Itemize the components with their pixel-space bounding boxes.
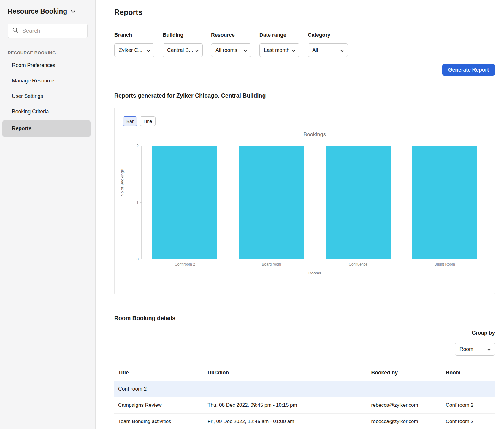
category-value: All <box>312 47 318 53</box>
chart-title: Bookings <box>141 131 488 138</box>
cell-booked-by: rebecca@zylker.com <box>367 397 442 414</box>
chart-type-toggle: Bar Line <box>123 116 156 126</box>
cell-room: Conf room 2 <box>442 397 495 414</box>
app-title: Resource Booking <box>8 7 67 15</box>
branch-value: Zylker C... <box>119 47 142 53</box>
group-by-control: Group by Room <box>114 330 495 356</box>
group-name: Conf room 2 <box>114 381 495 397</box>
chart-plot-area: 2 1 0 Conf room 2 Board room Confluence <box>141 146 488 259</box>
cell-booked-by: rebecca@zylker.com <box>367 414 442 429</box>
category-label: Category <box>308 32 348 38</box>
sidebar-item-label: Manage Resource <box>12 78 54 84</box>
column-header-booked-by[interactable]: Booked by <box>367 364 442 381</box>
sidebar-menu: Room Preferences Manage Resource User Se… <box>0 58 95 137</box>
chevron-down-icon <box>71 9 75 14</box>
report-filters: Branch Zylker C... Building Central B...… <box>114 32 495 57</box>
chart-y-axis-label: No of Bookings <box>120 169 124 196</box>
table-header-row: Title Duration Booked by Room <box>114 364 495 381</box>
cell-duration: Fri, 09 Dec 2022, 12:45 am - 01:00 am <box>204 414 367 429</box>
generate-report-button[interactable]: Generate Report <box>442 64 495 76</box>
table-row[interactable]: Campaigns Review Thu, 08 Dec 2022, 09:45… <box>114 397 495 414</box>
chevron-down-icon <box>292 47 296 53</box>
filter-resource: Resource All rooms <box>211 32 251 57</box>
line-toggle-button[interactable]: Line <box>140 116 156 126</box>
app-window: Resource Booking RESOURCE BOOKING Room P… <box>0 0 504 429</box>
cell-room: Conf room 2 <box>442 414 495 429</box>
sidebar-item-user-settings[interactable]: User Settings <box>0 88 95 104</box>
resource-select[interactable]: All rooms <box>211 43 251 57</box>
sidebar-section-label: RESOURCE BOOKING <box>8 50 88 55</box>
booking-details-table: Title Duration Booked by Room Conf room … <box>114 364 495 429</box>
column-header-title[interactable]: Title <box>114 364 204 381</box>
sidebar-item-label: Reports <box>12 125 31 132</box>
date-range-select[interactable]: Last month <box>259 43 299 57</box>
x-tick-label: Board room <box>228 262 315 266</box>
resource-label: Resource <box>211 32 251 38</box>
chevron-down-icon <box>195 47 199 53</box>
search-icon <box>12 27 19 35</box>
sidebar-item-room-preferences[interactable]: Room Preferences <box>0 58 95 73</box>
x-axis-labels: Conf room 2 Board room Confluence Bright… <box>142 262 488 266</box>
x-axis-line <box>142 259 488 259</box>
sidebar-item-label: User Settings <box>12 93 43 99</box>
sidebar-item-label: Booking Criteria <box>12 109 49 115</box>
group-by-select[interactable]: Room <box>455 343 495 356</box>
x-tick-label: Confluence <box>315 262 402 266</box>
chart-x-axis-label: Rooms <box>142 271 488 275</box>
sidebar-item-booking-criteria[interactable]: Booking Criteria <box>0 104 95 119</box>
bookings-chart-panel: Bar Line Bookings No of Bookings 2 1 0 <box>114 108 495 294</box>
filter-branch: Branch Zylker C... <box>114 32 154 57</box>
group-row-conf-room-2[interactable]: Conf room 2 <box>114 381 495 397</box>
resource-value: All rooms <box>215 47 237 53</box>
search-input[interactable] <box>22 28 83 34</box>
building-value: Central B... <box>167 47 193 53</box>
building-label: Building <box>163 32 203 38</box>
room-booking-details-heading: Room Booking details <box>114 315 495 322</box>
cell-title: Campaigns Review <box>114 397 204 414</box>
sidebar-search[interactable] <box>8 24 88 38</box>
chevron-down-icon <box>487 346 491 352</box>
bar-confluence[interactable] <box>326 146 391 259</box>
cell-title: Team Bonding activities <box>114 414 204 429</box>
app-switcher[interactable]: Resource Booking <box>0 7 95 15</box>
chevron-down-icon <box>147 47 150 53</box>
branch-label: Branch <box>114 32 154 38</box>
group-by-value: Room <box>459 346 473 352</box>
bar-board-room[interactable] <box>239 146 304 259</box>
main-content: Reports Branch Zylker C... Building Cent… <box>96 0 504 429</box>
sidebar: Resource Booking RESOURCE BOOKING Room P… <box>0 0 96 429</box>
bar-conf-room-2[interactable] <box>152 146 217 259</box>
report-section-heading: Reports generated for Zylker Chicago, Ce… <box>114 92 495 99</box>
column-header-room[interactable]: Room <box>442 364 495 381</box>
date-range-label: Date range <box>259 32 299 38</box>
filter-category: Category All <box>308 32 348 57</box>
sidebar-item-reports[interactable]: Reports <box>2 120 91 137</box>
group-by-label: Group by <box>472 330 495 336</box>
sidebar-item-manage-resource[interactable]: Manage Resource <box>0 73 95 88</box>
cell-duration: Thu, 08 Dec 2022, 09:45 pm - 10:15 pm <box>204 397 367 414</box>
branch-select[interactable]: Zylker C... <box>114 43 154 57</box>
x-tick-label: Bright Room <box>401 262 488 266</box>
category-select[interactable]: All <box>308 43 348 57</box>
bar-bright-room[interactable] <box>412 146 477 259</box>
chevron-down-icon <box>340 47 344 53</box>
column-header-duration[interactable]: Duration <box>204 364 367 381</box>
table-row[interactable]: Team Bonding activities Fri, 09 Dec 2022… <box>114 414 495 429</box>
building-select[interactable]: Central B... <box>163 43 203 57</box>
filter-building: Building Central B... <box>163 32 203 57</box>
chevron-down-icon <box>243 47 247 53</box>
x-tick-label: Conf room 2 <box>142 262 228 266</box>
page-title: Reports <box>114 8 495 17</box>
bar-toggle-button[interactable]: Bar <box>123 116 137 126</box>
bar-series <box>142 146 488 259</box>
date-range-value: Last month <box>264 47 290 53</box>
filter-date-range: Date range Last month <box>259 32 299 57</box>
sidebar-item-label: Room Preferences <box>12 62 55 69</box>
